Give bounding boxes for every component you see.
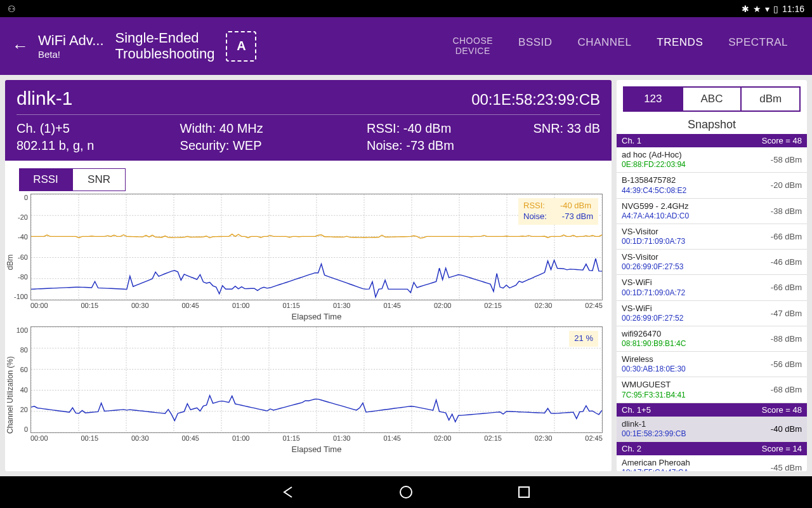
mode-tab-123[interactable]: 123	[624, 88, 682, 110]
rssi-chart[interactable]: RSSI:-40 dBm Noise:-73 dBm	[30, 194, 603, 300]
app-header: ← WiFi Adv... Beta! Single-Ended Trouble…	[0, 17, 812, 75]
network-info: dlink-1 00:1E:58:23:99:CB Ch. (1)+5 802.…	[5, 80, 612, 161]
svg-point-38	[400, 486, 412, 498]
channel-header: Ch. 2Score = 14	[617, 442, 807, 455]
wifi-icon: ▾	[765, 4, 769, 14]
nav-recent-icon[interactable]	[516, 484, 532, 500]
phy: 802.11 b, g, n	[16, 138, 180, 153]
network-row[interactable]: VS-Visitor00:26:99:0F:27:53-46 dBm	[617, 250, 807, 275]
tab-spectral[interactable]: SPECTRAL	[727, 32, 789, 60]
channel-header: Ch. 1Score = 48	[617, 134, 807, 147]
nav-home-icon[interactable]	[398, 484, 414, 500]
network-row[interactable]: B-135847578244:39:C4:5C:08:E2-20 dBm	[617, 173, 807, 198]
bssid-value: 00:1E:58:23:99:CB	[471, 91, 600, 109]
nav-back-icon[interactable]	[280, 484, 296, 500]
usb-icon: ⚇	[8, 4, 16, 14]
network-row[interactable]: VS-WiFi00:26:99:0F:27:52-47 dBm	[617, 301, 807, 326]
app-title: WiFi Adv...	[38, 32, 104, 49]
channel-header: Ch. 1+5Score = 48	[617, 403, 807, 417]
network-row[interactable]: American Pheroah18:A7:F5:CA:47:CA-45 dBm	[617, 455, 807, 471]
clock: 11:16	[782, 4, 804, 14]
mode-tab-dbm[interactable]: dBm	[740, 88, 799, 110]
chart-tab-snr[interactable]: SNR	[72, 168, 126, 191]
channel: Ch. (1)+5	[16, 121, 180, 136]
network-row[interactable]: wifi92647008:81:90:B9:B1:4C-88 dBm	[617, 326, 807, 352]
network-row[interactable]: WMUGUEST7C:95:F3:31:B4:41-68 dBm	[617, 377, 807, 403]
width: Width: 40 MHz	[180, 121, 367, 136]
android-nav	[0, 476, 812, 508]
network-row[interactable]: Wireless00:30:AB:18:0E:30-56 dBm	[617, 352, 807, 377]
battery-icon: ▯	[773, 4, 778, 14]
tab-trends[interactable]: TRENDS	[655, 32, 704, 60]
chart2-legend: 21 %	[569, 331, 598, 347]
back-button[interactable]: ←	[5, 36, 36, 56]
network-row[interactable]: NVG599 - 2.4GHzA4:7A:A4:10:AD:C0-38 dBm	[617, 199, 807, 224]
mode-line2: Troubleshooting	[115, 46, 215, 62]
svg-rect-39	[519, 487, 529, 497]
network-row[interactable]: VS-Visitor00:1D:71:09:0A:73-66 dBm	[617, 224, 807, 250]
star-icon: ★	[753, 4, 761, 14]
x2-label: Elapsed Time	[30, 444, 603, 454]
x1-label: Elapsed Time	[30, 312, 603, 321]
main-panel: dlink-1 00:1E:58:23:99:CB Ch. (1)+5 802.…	[5, 80, 612, 471]
tab-bssid[interactable]: BSSID	[517, 32, 554, 60]
bluetooth-icon: ✱	[742, 4, 749, 14]
status-bar: ⚇ ✱ ★ ▾ ▯ 11:16	[0, 0, 812, 17]
app-subtitle: Beta!	[38, 49, 104, 60]
network-list[interactable]: Ch. 1Score = 48ad hoc (Ad-Hoc)0E:88:FD:2…	[617, 134, 807, 471]
tab-choose-device[interactable]: CHOOSEDEVICE	[451, 32, 494, 60]
network-row[interactable]: VS-WiFi00:1D:71:09:0A:72-66 dBm	[617, 275, 807, 300]
device-icon[interactable]: A	[226, 31, 256, 62]
mode-tab-abc[interactable]: ABC	[682, 88, 741, 110]
snr: SNR: 33 dB	[518, 121, 600, 136]
network-row[interactable]: ad hoc (Ad-Hoc)0E:88:FD:22:03:94-58 dBm	[617, 147, 807, 173]
ssid: dlink-1	[16, 88, 72, 109]
snapshot-panel: 123ABCdBm Snapshot Ch. 1Score = 48ad hoc…	[617, 80, 807, 471]
mode-line1: Single-Ended	[115, 30, 215, 46]
chart1-legend: RSSI:-40 dBm Noise:-73 dBm	[518, 198, 598, 225]
rssi: RSSI: -40 dBm	[367, 121, 518, 136]
network-row[interactable]: dlink-100:1E:58:23:99:CB-40 dBm	[617, 417, 807, 442]
security: Security: WEP	[180, 138, 367, 153]
chart-tab-rssi[interactable]: RSSI	[19, 168, 72, 191]
noise: Noise: -73 dBm	[367, 138, 518, 153]
tab-channel[interactable]: CHANNEL	[577, 32, 633, 60]
util-chart[interactable]: 21 %	[30, 326, 603, 433]
snapshot-title: Snapshot	[617, 118, 807, 131]
